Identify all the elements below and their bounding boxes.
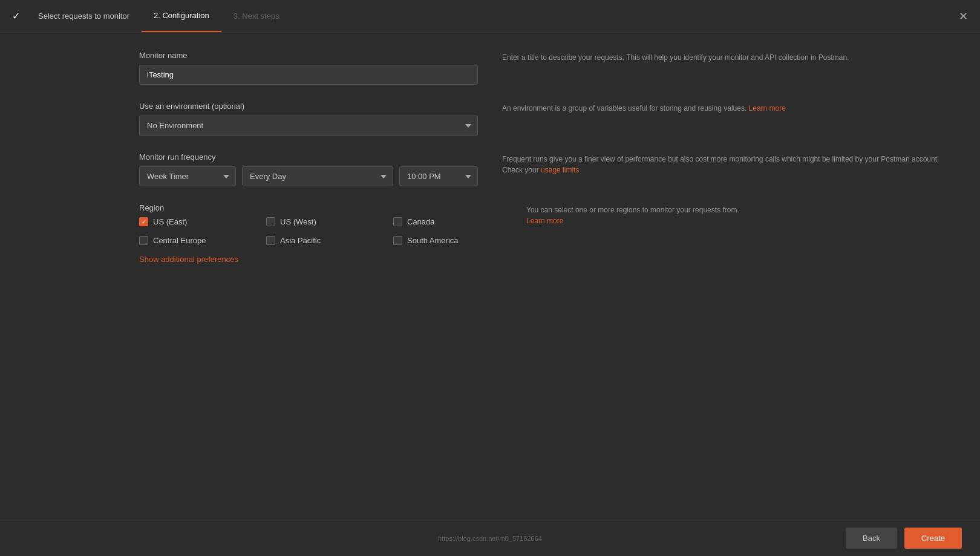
footer: https://blog.csdn.net/m0_57162664 Back C…: [0, 520, 980, 556]
region-item-south-america[interactable]: South America: [393, 236, 502, 245]
region-label-us-east: US (East): [153, 217, 187, 226]
environment-learn-more-link[interactable]: Learn more: [749, 104, 786, 113]
step1-check-icon: ✓: [12, 10, 20, 22]
region-hint: You can select one or more regions to mo…: [526, 203, 956, 226]
header: ✓ Select requests to monitor 2. Configur…: [0, 0, 980, 33]
frequency-hint: Frequent runs give you a finer view of p…: [502, 152, 956, 175]
region-label: Region: [139, 203, 502, 212]
step1[interactable]: Select requests to monitor: [26, 0, 142, 32]
region-item-canada[interactable]: Canada: [393, 217, 502, 226]
region-grid: US (East)US (West)CanadaCentral EuropeAs…: [139, 217, 502, 245]
region-label-asia-pacific: Asia Pacific: [280, 236, 321, 245]
step1-label: Select requests to monitor: [38, 11, 129, 21]
region-item-us-west[interactable]: US (West): [266, 217, 375, 226]
back-button[interactable]: Back: [846, 528, 897, 549]
environment-select[interactable]: No Environment: [139, 116, 478, 136]
step3-label: 3. Next steps: [234, 11, 279, 21]
usage-limits-link[interactable]: usage limits: [541, 166, 579, 174]
frequency-period-select[interactable]: Every Day: [242, 166, 393, 186]
region-item-us-east[interactable]: US (East): [139, 217, 248, 226]
step2[interactable]: 2. Configuration: [142, 0, 221, 32]
environment-label: Use an environment (optional): [139, 102, 478, 111]
monitor-name-input[interactable]: [139, 65, 478, 85]
monitor-name-label: Monitor name: [139, 51, 478, 60]
form-area: Monitor name Enter a title to describe y…: [0, 33, 980, 520]
region-checkbox-asia-pacific[interactable]: [266, 236, 275, 245]
region-checkbox-canada[interactable]: [393, 217, 402, 226]
environment-left: Use an environment (optional) No Environ…: [139, 102, 478, 136]
region-checkbox-central-europe[interactable]: [139, 236, 148, 245]
step2-label: 2. Configuration: [154, 11, 209, 20]
frequency-label: Monitor run frequency: [139, 152, 478, 162]
create-button[interactable]: Create: [904, 528, 962, 549]
region-label-canada: Canada: [407, 217, 435, 226]
region-item-asia-pacific[interactable]: Asia Pacific: [266, 236, 375, 245]
region-checkbox-south-america[interactable]: [393, 236, 402, 245]
region-row: Region US (East)US (West)CanadaCentral E…: [139, 203, 956, 264]
region-label-central-europe: Central Europe: [153, 236, 206, 245]
environment-hint: An environment is a group of variables u…: [502, 102, 956, 114]
frequency-timer-select[interactable]: Week Timer: [139, 166, 236, 186]
region-label-us-west: US (West): [280, 217, 316, 226]
show-additional-preferences-link[interactable]: Show additional preferences: [139, 255, 238, 264]
footer-url: https://blog.csdn.net/m0_57162664: [438, 535, 542, 542]
monitor-name-row: Monitor name Enter a title to describe y…: [139, 51, 956, 85]
region-learn-more-link[interactable]: Learn more: [526, 217, 563, 225]
region-checkbox-us-west[interactable]: [266, 217, 275, 226]
region-label-south-america: South America: [407, 236, 459, 245]
close-button[interactable]: ✕: [959, 10, 968, 23]
frequency-left: Monitor run frequency Week Timer Every D…: [139, 152, 478, 186]
region-left: Region US (East)US (West)CanadaCentral E…: [139, 203, 502, 264]
monitor-name-left: Monitor name: [139, 51, 478, 85]
monitor-name-hint: Enter a title to describe your requests.…: [502, 51, 956, 63]
step3[interactable]: 3. Next steps: [221, 0, 292, 32]
frequency-time-select[interactable]: 10:00 PM: [399, 166, 478, 186]
frequency-row: Monitor run frequency Week Timer Every D…: [139, 152, 956, 186]
environment-row: Use an environment (optional) No Environ…: [139, 102, 956, 136]
region-item-central-europe[interactable]: Central Europe: [139, 236, 248, 245]
region-checkbox-us-east[interactable]: [139, 217, 148, 226]
frequency-selects: Week Timer Every Day 10:00 PM: [139, 166, 478, 186]
main-content: Monitor name Enter a title to describe y…: [0, 33, 980, 520]
